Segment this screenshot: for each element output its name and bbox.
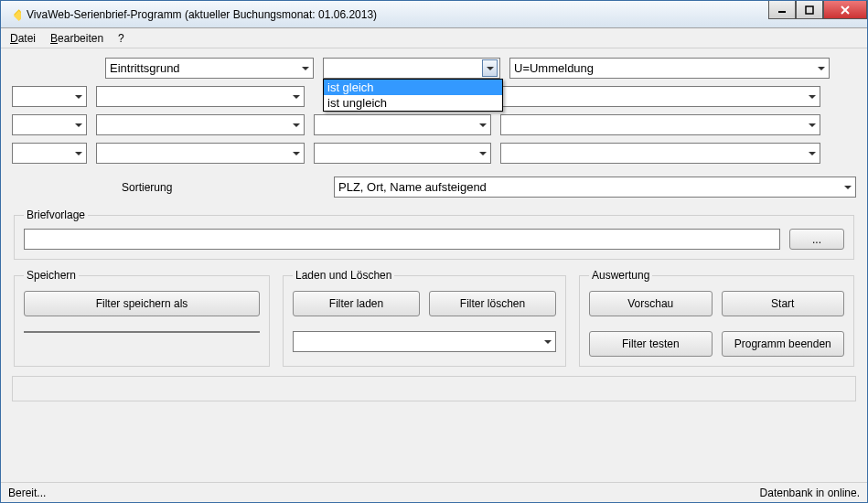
preview-button[interactable]: Vorschau: [589, 291, 713, 316]
value-combo-3[interactable]: [500, 143, 820, 164]
briefvorlage-path-input[interactable]: [24, 229, 780, 250]
operator-dropdown-list[interactable]: ist gleich ist ungleich: [323, 79, 503, 112]
chevron-down-icon: [293, 152, 300, 155]
minimize-button[interactable]: [768, 1, 796, 19]
operator-combo-0[interactable]: ist gleich ist ungleich: [323, 58, 500, 79]
filter-save-as-button[interactable]: Filter speichern als: [24, 291, 260, 316]
value-combo-0[interactable]: U=Ummeldung: [509, 58, 830, 79]
menubar: Datei Bearbeiten ?: [1, 28, 867, 48]
filter-load-button[interactable]: Filter laden: [293, 291, 420, 316]
close-button[interactable]: [823, 1, 867, 19]
operator-combo-3[interactable]: [314, 143, 491, 164]
operator-option-1[interactable]: ist ungleich: [324, 95, 502, 111]
laden-loeschen-legend: Laden und Löschen: [293, 269, 394, 282]
menu-help[interactable]: ?: [118, 32, 124, 45]
filter-select-combo[interactable]: [293, 331, 556, 352]
menu-datei[interactable]: Datei: [10, 32, 36, 45]
chevron-down-icon: [293, 123, 300, 127]
chevron-down-icon: [818, 67, 825, 70]
window-title: VivaWeb-Serienbrief-Programm (aktueller …: [27, 8, 377, 21]
operator-combo-2[interactable]: [314, 114, 491, 135]
chevron-down-icon: [544, 340, 552, 344]
titlebar: VivaWeb-Serienbrief-Programm (aktueller …: [1, 1, 867, 28]
connector-combo-2[interactable]: [12, 114, 87, 135]
sort-row: Sortierung PLZ, Ort, Name aufsteigend: [12, 177, 856, 198]
sort-label: Sortierung: [12, 181, 334, 194]
status-right: Datenbank in online.: [760, 487, 860, 499]
laden-loeschen-group: Laden und Löschen Filter laden Filter lö…: [283, 269, 566, 367]
filter-delete-button[interactable]: Filter löschen: [429, 291, 556, 316]
chevron-down-icon: [487, 67, 494, 70]
field-combo-0-value: Eintrittsgrund: [110, 61, 180, 75]
app-window: VivaWeb-Serienbrief-Programm (aktueller …: [0, 0, 868, 503]
chevron-down-icon: [293, 95, 300, 99]
value-combo-0-value: U=Ummeldung: [514, 61, 594, 75]
svg-rect-3: [806, 6, 813, 14]
spacer-panel: [12, 376, 856, 401]
filter-row-3: [12, 143, 856, 164]
briefvorlage-group: Briefvorlage ...: [14, 209, 854, 260]
chevron-down-icon: [75, 152, 82, 155]
value-combo-1[interactable]: [500, 86, 820, 107]
chevron-down-icon: [809, 152, 816, 155]
chevron-down-icon: [844, 186, 852, 189]
chevron-down-icon: [479, 152, 487, 155]
connector-combo-3[interactable]: [12, 143, 87, 164]
chevron-down-icon: [75, 95, 82, 99]
field-combo-1[interactable]: [96, 86, 305, 107]
svg-rect-1: [14, 10, 21, 20]
speichern-group: Speichern Filter speichern als: [14, 269, 270, 367]
value-combo-2[interactable]: [500, 114, 820, 135]
bottom-groups: Speichern Filter speichern als Laden und…: [12, 269, 856, 367]
auswertung-group: Auswertung Vorschau Start Filter testen …: [579, 269, 854, 367]
field-combo-0[interactable]: Eintrittsgrund: [105, 58, 314, 79]
chevron-down-icon: [302, 67, 309, 70]
connector-combo-1[interactable]: [12, 86, 87, 107]
field-combo-2[interactable]: [96, 114, 305, 135]
filter-row-0: Eintrittsgrund ist gleich ist ungleich U…: [12, 58, 856, 79]
filter-test-button[interactable]: Filter testen: [589, 331, 713, 357]
operator-option-0[interactable]: ist gleich: [324, 80, 502, 95]
sort-combo[interactable]: PLZ, Ort, Name aufsteigend: [334, 177, 856, 198]
chevron-down-icon: [479, 123, 487, 127]
status-left: Bereit...: [8, 487, 46, 499]
auswertung-legend: Auswertung: [589, 269, 652, 282]
exit-button[interactable]: Programm beenden: [722, 331, 845, 357]
operator-combo-0-button[interactable]: [482, 59, 498, 77]
menu-bearbeiten[interactable]: Bearbeiten: [50, 32, 103, 45]
statusbar: Bereit... Datenbank in online.: [1, 482, 867, 502]
briefvorlage-legend: Briefvorlage: [24, 209, 88, 221]
filter-row-2: [12, 114, 856, 135]
app-icon: [6, 7, 21, 22]
chevron-down-icon: [809, 123, 816, 127]
content-area: Eintrittsgrund ist gleich ist ungleich U…: [1, 48, 867, 482]
filter-name-input[interactable]: [24, 331, 260, 333]
maximize-button[interactable]: [796, 1, 823, 19]
speichern-legend: Speichern: [24, 269, 79, 282]
field-combo-3[interactable]: [96, 143, 305, 164]
chevron-down-icon: [809, 95, 816, 99]
browse-button[interactable]: ...: [789, 229, 844, 250]
chevron-down-icon: [75, 123, 82, 127]
sort-combo-value: PLZ, Ort, Name aufsteigend: [338, 180, 487, 194]
filter-rows: Eintrittsgrund ist gleich ist ungleich U…: [12, 58, 856, 164]
window-controls: [768, 1, 867, 19]
start-button[interactable]: Start: [722, 291, 845, 316]
